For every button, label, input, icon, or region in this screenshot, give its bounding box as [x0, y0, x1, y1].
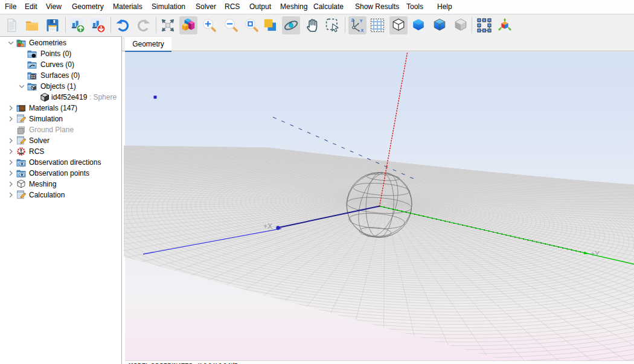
svg-text:X: X — [361, 28, 364, 33]
svg-text:+X: +X — [263, 222, 272, 231]
svg-text:Y: Y — [360, 19, 363, 23]
svg-text:+Y: +Y — [591, 250, 600, 258]
svg-text:Z: Z — [351, 18, 354, 22]
